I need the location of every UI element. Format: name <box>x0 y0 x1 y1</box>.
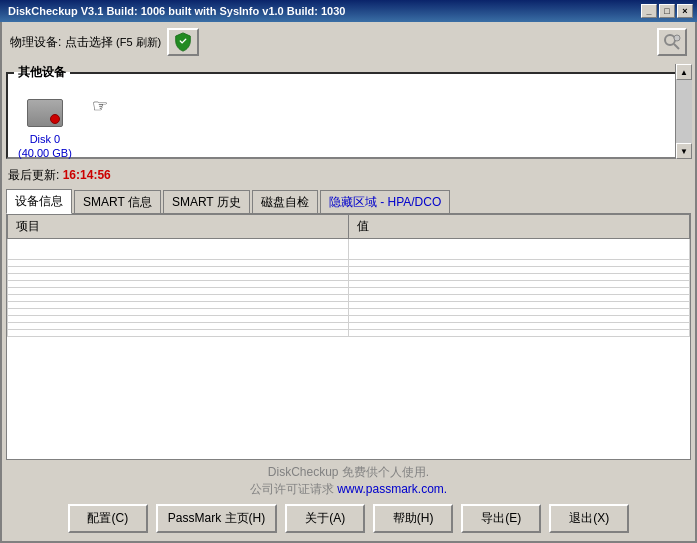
last-update-time: 16:14:56 <box>63 168 111 182</box>
table-row <box>8 330 690 337</box>
tabs-bar: 设备信息 SMART 信息 SMART 历史 磁盘自检 隐藏区域 - HPA/D… <box>6 188 691 213</box>
svg-point-2 <box>674 35 680 41</box>
window-controls: _ □ × <box>641 4 693 18</box>
footer-line1: DiskCheckup 免费供个人使用. <box>6 464 691 481</box>
table-row <box>8 323 690 330</box>
toolbar: 物理设备: 点击选择 (F5 刷新) <box>6 26 691 58</box>
disk-0-item[interactable]: Disk 0 (40.00 GB) <box>18 95 72 159</box>
info-table-body <box>8 239 690 337</box>
tab-smart-history[interactable]: SMART 历史 <box>163 190 250 214</box>
table-row <box>8 267 690 274</box>
about-button[interactable]: 关于(A) <box>285 504 365 533</box>
table-row <box>8 239 690 260</box>
table-row <box>8 309 690 316</box>
col-header-value: 值 <box>349 215 690 239</box>
exit-button[interactable]: 退出(X) <box>549 504 629 533</box>
close-button[interactable]: × <box>677 4 693 18</box>
minimize-button[interactable]: _ <box>641 4 657 18</box>
tab-smart-info[interactable]: SMART 信息 <box>74 190 161 214</box>
device-panel: 其他设备 Disk 0 (40.00 GB) ☞ <box>6 64 691 159</box>
device-scrollbar: ▲ ▼ <box>675 64 691 159</box>
f5-hint: (F5 刷新) <box>116 36 161 48</box>
disk-0-icon <box>25 95 65 131</box>
toolbar-left: 物理设备: 点击选择 (F5 刷新) <box>10 28 199 56</box>
search-icon <box>663 33 681 51</box>
tab-disk-check[interactable]: 磁盘自检 <box>252 190 318 214</box>
hdd-body <box>27 99 63 127</box>
maximize-button[interactable]: □ <box>659 4 675 18</box>
config-button[interactable]: 配置(C) <box>68 504 148 533</box>
main-window: 物理设备: 点击选择 (F5 刷新) 其他设备 <box>0 22 697 543</box>
device-panel-wrapper: 其他设备 Disk 0 (40.00 GB) ☞ ▲ ▼ <box>6 64 691 159</box>
device-group-label: 其他设备 <box>14 64 70 81</box>
tab-content: 项目 值 <box>6 213 691 460</box>
tab-device-info[interactable]: 设备信息 <box>6 189 72 214</box>
device-list: Disk 0 (40.00 GB) ☞ <box>14 87 108 159</box>
table-row <box>8 274 690 281</box>
help-button[interactable]: 帮助(H) <box>373 504 453 533</box>
disk-0-name: Disk 0 <box>30 133 61 145</box>
device-select-label: 物理设备: 点击选择 (F5 刷新) <box>10 34 161 51</box>
hdd-red-dot <box>50 114 60 124</box>
shield-button[interactable] <box>167 28 199 56</box>
table-row <box>8 316 690 323</box>
shield-icon <box>173 32 193 52</box>
table-row <box>8 260 690 267</box>
passmark-link[interactable]: www.passmark.com. <box>337 482 447 496</box>
scroll-down-button[interactable]: ▼ <box>676 143 692 159</box>
footer-buttons: 配置(C) PassMark 主页(H) 关于(A) 帮助(H) 导出(E) 退… <box>6 500 691 537</box>
svg-line-1 <box>674 44 679 49</box>
col-header-item: 项目 <box>8 215 349 239</box>
scroll-up-button[interactable]: ▲ <box>676 64 692 80</box>
table-row <box>8 288 690 295</box>
footer-info: DiskCheckup 免费供个人使用. 公司许可证请求 www.passmar… <box>6 464 691 498</box>
scroll-track <box>676 80 692 143</box>
export-button[interactable]: 导出(E) <box>461 504 541 533</box>
search-button[interactable] <box>657 28 687 56</box>
title-bar: DiskCheckup V3.1 Build: 1006 built with … <box>0 0 697 22</box>
tab-hpa-dco[interactable]: 隐藏区域 - HPA/DCO <box>320 190 450 214</box>
title-text: DiskCheckup V3.1 Build: 1006 built with … <box>4 5 345 17</box>
svg-point-0 <box>665 35 675 45</box>
table-row <box>8 295 690 302</box>
disk-0-size: (40.00 GB) <box>18 147 72 159</box>
table-row <box>8 302 690 309</box>
last-update-row: 最后更新: 16:14:56 <box>6 167 691 184</box>
footer-line2: 公司许可证请求 www.passmark.com. <box>6 481 691 498</box>
passmark-home-button[interactable]: PassMark 主页(H) <box>156 504 277 533</box>
table-row <box>8 281 690 288</box>
cursor-hint: ☞ <box>92 95 108 159</box>
info-table: 项目 值 <box>7 214 690 337</box>
